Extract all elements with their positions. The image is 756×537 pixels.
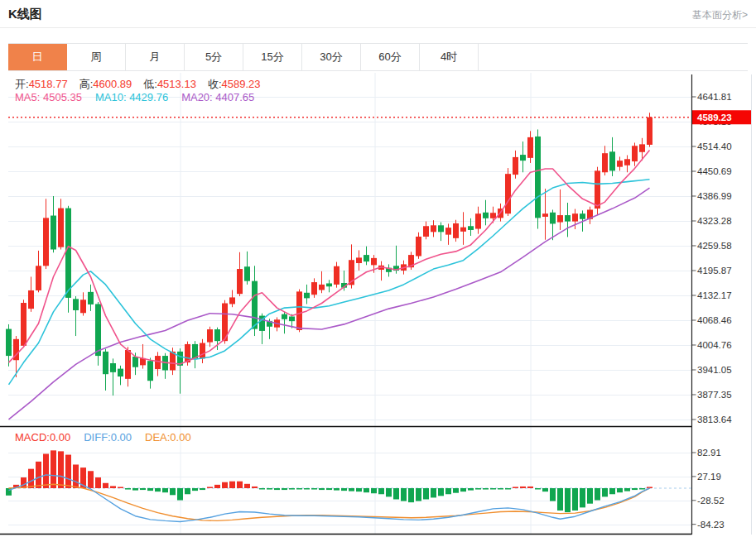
tab-h4[interactable]: 4时 — [420, 44, 479, 70]
svg-text:4004.76: 4004.76 — [697, 340, 732, 350]
ohlc-label: 收: — [208, 78, 222, 90]
ohlc-value: 4589.23 — [222, 78, 261, 90]
ma5-line — [9, 150, 650, 364]
page-title: K线图 — [8, 7, 42, 22]
kline-chart[interactable]: 4641.814578.104514.404450.694386.994323.… — [0, 73, 756, 537]
tab-week[interactable]: 周 — [67, 44, 126, 70]
tab-month[interactable]: 月 — [126, 44, 185, 70]
svg-text:4450.69: 4450.69 — [697, 166, 732, 176]
svg-text:4323.28: 4323.28 — [697, 216, 732, 226]
ohlc-value: 4600.89 — [93, 78, 132, 90]
macd-legend-item: DIFF:0.00 — [84, 431, 132, 444]
macd-pane — [6, 450, 691, 521]
ma-legend-item: MA5: 4505.35 — [15, 91, 82, 103]
gridlines — [8, 73, 691, 534]
macd-axis-labels: 82.9127.19-28.52-84.23 — [692, 448, 725, 530]
svg-text:-84.23: -84.23 — [697, 520, 725, 530]
tab-day[interactable]: 日 — [8, 44, 67, 70]
svg-text:4195.87: 4195.87 — [697, 266, 732, 276]
page-header: K线图 基本面分析> — [0, 0, 756, 28]
tab-min5[interactable]: 5分 — [185, 44, 243, 70]
ma-legend-item: MA10: 4429.76 — [95, 91, 168, 103]
svg-text:4589.23: 4589.23 — [697, 113, 732, 122]
svg-text:4259.58: 4259.58 — [697, 241, 732, 251]
svg-text:4514.40: 4514.40 — [697, 141, 732, 151]
svg-text:4068.46: 4068.46 — [697, 315, 732, 325]
svg-text:3941.05: 3941.05 — [697, 365, 732, 375]
fundamental-analysis-link[interactable]: 基本面分析> — [692, 8, 748, 22]
ma-legend: MA5: 4505.35MA10: 4429.76MA20: 4407.65 — [15, 91, 267, 103]
chart-area: 4641.814578.104514.404450.694386.994323.… — [0, 73, 756, 537]
ma-legend-item: MA20: 4407.65 — [181, 91, 254, 103]
ohlc-value: 4513.13 — [157, 78, 196, 90]
period-tabs: 日周月5分15分30分60分4时 — [8, 43, 748, 71]
ohlc-label: 低: — [143, 78, 157, 90]
svg-text:27.19: 27.19 — [697, 472, 721, 482]
candles-series — [6, 113, 652, 396]
macd-legend-item: MACD:0.00 — [15, 431, 70, 444]
chart-frame — [0, 74, 752, 535]
svg-text:3813.64: 3813.64 — [697, 415, 732, 424]
macd-legend: MACD:0.00DIFF:0.00DEA:0.00 — [15, 431, 205, 444]
tab-min30[interactable]: 30分 — [302, 44, 361, 70]
ohlc-label: 开: — [15, 78, 29, 90]
ohlc-value: 4518.77 — [29, 78, 68, 90]
svg-text:3877.35: 3877.35 — [697, 390, 732, 400]
tab-min15[interactable]: 15分 — [243, 44, 302, 70]
tab-min60[interactable]: 60分 — [361, 44, 420, 70]
macd-legend-item: DEA:0.00 — [145, 431, 191, 444]
svg-text:82.91: 82.91 — [697, 448, 721, 458]
ohlc-label: 高: — [79, 78, 94, 90]
price-axis-labels: 4641.814578.104514.404450.694386.994323.… — [692, 92, 733, 424]
svg-text:4641.81: 4641.81 — [697, 92, 732, 102]
kline-page: K线图 基本面分析> 日周月5分15分30分60分4时 4641.814578.… — [0, 0, 756, 537]
svg-text:4132.17: 4132.17 — [697, 290, 732, 300]
svg-text:4386.99: 4386.99 — [697, 191, 732, 201]
svg-text:-28.52: -28.52 — [697, 496, 725, 506]
ohlc-legend: 开:4518.77高:4600.89低:4513.13收:4589.23 — [15, 77, 272, 92]
